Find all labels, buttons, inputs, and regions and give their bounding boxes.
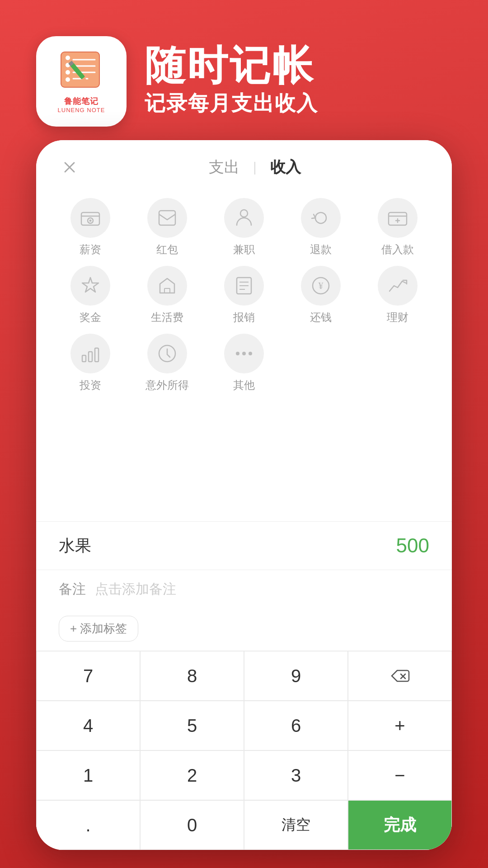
header: 鲁能笔记 LUNENG NOTE 随时记帐 记录每月支出收入 [0,0,488,154]
category-salary[interactable]: 薪资 [54,198,127,257]
svg-text:¥: ¥ [319,280,324,291]
svg-point-16 [89,220,92,222]
note-placeholder: 点击添加备注 [95,580,176,599]
svg-rect-21 [164,288,170,293]
num-8[interactable]: 8 [140,651,244,701]
category-living[interactable]: 生活费 [131,266,203,325]
phone-mockup: 支出 | 收入 薪资 [36,140,452,850]
done-button[interactable]: 完成 [348,800,452,850]
num-9[interactable]: 9 [244,651,348,701]
category-red-envelope[interactable]: 红包 [131,198,203,257]
num-7[interactable]: 7 [36,651,140,701]
tag-row: + 添加标签 [36,609,452,651]
category-red-envelope-label: 红包 [156,242,178,257]
title-sub: 记录每月支出收入 [145,90,318,118]
category-refund[interactable]: 退款 [285,198,357,257]
header-title: 随时记帐 记录每月支出收入 [145,45,318,118]
category-return-money[interactable]: ¥ 还钱 [285,266,357,325]
num-5[interactable]: 5 [140,701,244,750]
num-3[interactable]: 3 [244,750,348,800]
num-1[interactable]: 1 [36,750,140,800]
dot-button[interactable]: . [36,800,140,850]
category-refund-label: 退款 [310,242,332,257]
category-grid: 薪资 红包 兼职 [36,189,452,401]
category-investment-income[interactable]: 理财 [361,266,434,325]
category-bonus[interactable]: 奖金 [54,266,127,325]
tab-expense[interactable]: 支出 [195,157,253,178]
category-part-time-label: 兼职 [233,242,255,257]
clear-button[interactable]: 清空 [244,800,348,850]
add-tag-button[interactable]: + 添加标签 [59,616,138,642]
tabs: 支出 | 收入 [80,157,429,178]
numpad: 7 8 9 4 5 6 + 1 2 3 − . 0 清空 完 [36,651,452,850]
tab-divider: | [253,160,257,175]
svg-rect-30 [95,348,99,362]
category-other-label: 其他 [233,378,255,392]
num-4[interactable]: 4 [36,701,140,750]
tab-bar: 支出 | 收入 [36,140,452,189]
add-tag-label: + 添加标签 [70,621,127,637]
category-borrow[interactable]: 借入款 [361,198,434,257]
category-unexpected-label: 意外所得 [145,378,189,392]
minus-button[interactable]: − [348,750,452,800]
svg-point-1 [66,56,70,60]
close-button[interactable] [59,156,80,178]
category-unexpected[interactable]: 意外所得 [131,334,203,392]
svg-point-34 [249,352,252,355]
category-bonus-label: 奖金 [80,310,101,325]
app-name-label: 鲁能笔记 [64,96,99,107]
num-6[interactable]: 6 [244,701,348,750]
note-label: 备注 [59,580,86,599]
spacer [36,401,452,521]
amount-value: 500 [396,534,429,557]
svg-point-33 [236,352,239,355]
item-name: 水果 [59,535,91,557]
category-reimbursement-label: 报销 [233,310,255,325]
category-salary-label: 薪资 [80,242,101,257]
num-0[interactable]: 0 [140,800,244,850]
category-investment[interactable]: 投资 [54,334,127,392]
svg-point-4 [66,77,70,82]
svg-point-18 [240,210,248,217]
tab-income[interactable]: 收入 [257,157,314,178]
app-name-en-label: LUNENG NOTE [58,107,105,113]
num-2[interactable]: 2 [140,750,244,800]
category-return-money-label: 还钱 [310,310,332,325]
category-other[interactable]: 其他 [208,334,280,392]
category-reimbursement[interactable]: 报销 [208,266,280,325]
svg-rect-29 [89,352,92,362]
svg-point-3 [66,70,70,75]
note-row[interactable]: 备注 点击添加备注 [36,570,452,609]
category-borrow-label: 借入款 [381,242,414,257]
category-living-label: 生活费 [151,310,183,325]
amount-row: 水果 500 [36,521,452,570]
plus-button[interactable]: + [348,701,452,750]
svg-marker-20 [82,278,99,292]
svg-rect-28 [82,355,86,362]
app-icon: 鲁能笔记 LUNENG NOTE [36,36,127,127]
svg-rect-17 [159,211,175,225]
category-part-time[interactable]: 兼职 [208,198,280,257]
category-investment-income-label: 理财 [387,310,408,325]
svg-point-32 [242,352,246,355]
delete-button[interactable] [348,651,452,701]
category-investment-label: 投资 [80,378,101,392]
title-main: 随时记帐 [145,45,318,86]
